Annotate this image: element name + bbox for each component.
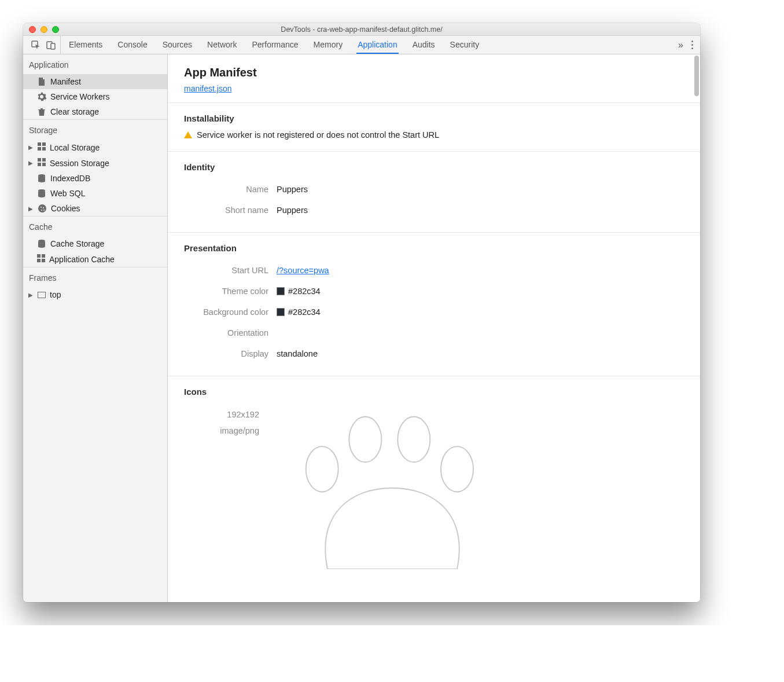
warning-text: Service worker is not registered or does… xyxy=(197,130,439,140)
sidebar-item-websql[interactable]: Web SQL xyxy=(23,186,167,201)
application-sidebar: Application Manifest Service Workers Cle… xyxy=(23,54,168,602)
section-heading: Presentation xyxy=(184,243,684,253)
trash-icon xyxy=(37,107,46,116)
start-url-label: Start URL xyxy=(184,266,277,275)
identity-section: Identity Name Puppers Short name Puppers xyxy=(168,151,700,232)
chevron-right-icon[interactable]: ▶ xyxy=(28,292,34,298)
sidebar-item-cache-storage[interactable]: Cache Storage xyxy=(23,236,167,251)
chevron-right-icon[interactable]: ▶ xyxy=(28,144,34,151)
tabs: Elements Console Sources Network Perform… xyxy=(68,36,480,54)
chevron-right-icon[interactable]: ▶ xyxy=(28,160,34,166)
file-icon xyxy=(37,77,46,86)
start-url-link[interactable]: /?source=pwa xyxy=(277,266,329,275)
database-icon xyxy=(37,239,46,248)
more-tabs-icon[interactable] xyxy=(678,40,683,50)
titlebar: DevTools - cra-web-app-manifest-defaut.g… xyxy=(23,23,700,36)
database-icon xyxy=(37,174,46,183)
installability-section: Installability Service worker is not reg… xyxy=(168,102,700,151)
warning-icon xyxy=(184,131,192,138)
sidebar-item-label: Cache Storage xyxy=(50,239,104,248)
bg-color-swatch xyxy=(277,308,285,316)
tab-security[interactable]: Security xyxy=(449,36,481,54)
grid-icon xyxy=(38,142,46,152)
grid-icon xyxy=(37,254,45,264)
sidebar-item-application-cache[interactable]: Application Cache xyxy=(23,251,167,267)
sidebar-item-session-storage[interactable]: ▶ Session Storage xyxy=(23,155,167,171)
sidebar-title-application: Application xyxy=(23,54,167,74)
tab-application[interactable]: Application xyxy=(356,36,399,54)
short-name-value: Puppers xyxy=(277,206,308,215)
sidebar-group-cache: Cache Cache Storage Application Cache xyxy=(23,216,167,267)
theme-color-swatch xyxy=(277,287,285,295)
svg-point-5 xyxy=(38,204,46,212)
chevron-right-icon[interactable]: ▶ xyxy=(28,206,34,212)
sidebar-item-clear-storage[interactable]: Clear storage xyxy=(23,104,167,119)
svg-point-3 xyxy=(38,174,45,177)
toggle-device-toolbar-icon[interactable] xyxy=(46,41,56,50)
database-icon xyxy=(37,189,46,198)
page-title: App Manifest xyxy=(168,54,700,84)
presentation-section: Presentation Start URL /?source=pwa Them… xyxy=(168,232,700,376)
svg-point-6 xyxy=(41,207,42,208)
tab-memory[interactable]: Memory xyxy=(312,36,344,54)
tab-network[interactable]: Network xyxy=(206,36,238,54)
frame-icon xyxy=(38,292,46,298)
grid-icon xyxy=(38,158,46,168)
tab-elements[interactable]: Elements xyxy=(68,36,104,54)
sidebar-item-label: Session Storage xyxy=(50,159,109,168)
short-name-label: Short name xyxy=(184,206,277,215)
sidebar-item-label: Cookies xyxy=(51,204,80,213)
bg-color-value: #282c34 xyxy=(288,307,321,317)
main-split: Application Manifest Service Workers Cle… xyxy=(23,54,700,602)
svg-point-14 xyxy=(441,446,473,492)
sidebar-group-application: Application Manifest Service Workers Cle… xyxy=(23,54,167,119)
section-heading: Identity xyxy=(184,162,684,172)
sidebar-item-label: Web SQL xyxy=(50,189,85,198)
tab-audits[interactable]: Audits xyxy=(411,36,436,54)
icon-preview-paw xyxy=(277,407,508,569)
sidebar-title-frames: Frames xyxy=(23,267,167,287)
sidebar-item-label: Local Storage xyxy=(50,143,100,152)
icons-section: Icons 192x192 image/png xyxy=(168,376,700,581)
svg-point-12 xyxy=(349,417,381,462)
manifest-panel: App Manifest manifest.json Installabilit… xyxy=(168,54,700,602)
sidebar-item-top-frame[interactable]: ▶ top xyxy=(23,287,167,302)
sidebar-item-label: Manifest xyxy=(50,77,81,86)
inspect-element-icon[interactable] xyxy=(31,41,41,50)
orientation-label: Orientation xyxy=(184,328,277,338)
section-heading: Installability xyxy=(184,113,684,123)
installability-warning: Service worker is not registered or does… xyxy=(184,130,684,140)
kebab-menu-icon[interactable] xyxy=(691,41,693,49)
sidebar-title-storage: Storage xyxy=(23,120,167,140)
tab-performance[interactable]: Performance xyxy=(251,36,299,54)
bg-color-label: Background color xyxy=(184,307,277,317)
sidebar-item-indexeddb[interactable]: IndexedDB xyxy=(23,171,167,186)
tab-sources[interactable]: Sources xyxy=(161,36,193,54)
window-title: DevTools - cra-web-app-manifest-defaut.g… xyxy=(23,25,700,34)
display-value: standalone xyxy=(277,349,318,358)
sidebar-group-frames: Frames ▶ top xyxy=(23,267,167,302)
svg-point-7 xyxy=(43,207,44,208)
section-heading: Icons xyxy=(184,387,684,397)
svg-point-13 xyxy=(397,417,430,462)
display-label: Display xyxy=(184,349,277,358)
sidebar-group-storage: Storage ▶ Local Storage ▶ Session Storag… xyxy=(23,119,167,216)
sidebar-title-cache: Cache xyxy=(23,217,167,236)
manifest-json-link[interactable]: manifest.json xyxy=(184,84,231,93)
sidebar-item-manifest[interactable]: Manifest xyxy=(23,74,167,89)
sidebar-item-service-workers[interactable]: Service Workers xyxy=(23,89,167,104)
sidebar-item-cookies[interactable]: ▶ Cookies xyxy=(23,201,167,216)
cookie-icon xyxy=(38,204,47,213)
scrollbar-thumb[interactable] xyxy=(694,56,699,96)
sidebar-item-local-storage[interactable]: ▶ Local Storage xyxy=(23,140,167,155)
svg-rect-2 xyxy=(51,43,55,49)
icon-mime: image/png xyxy=(184,423,259,439)
devtools-tabbar: Elements Console Sources Network Perform… xyxy=(23,36,700,54)
sidebar-item-label: IndexedDB xyxy=(50,174,90,183)
sidebar-item-label: Application Cache xyxy=(49,255,115,264)
tab-console[interactable]: Console xyxy=(116,36,148,54)
theme-color-value: #282c34 xyxy=(288,287,321,296)
svg-point-11 xyxy=(306,446,338,492)
icon-meta: 192x192 image/png xyxy=(184,407,259,569)
name-value: Puppers xyxy=(277,185,308,194)
